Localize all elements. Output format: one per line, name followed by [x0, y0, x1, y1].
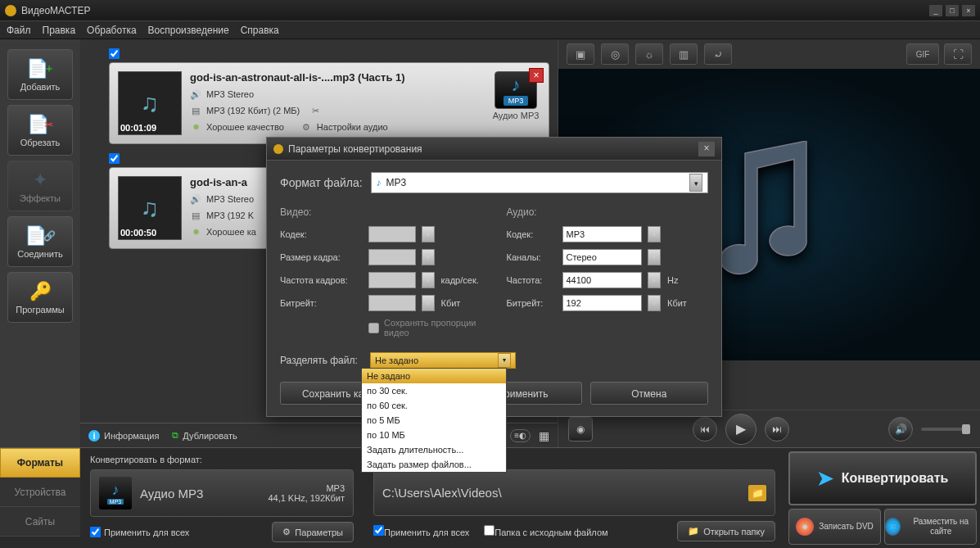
- keep-ratio-checkbox: [368, 323, 379, 333]
- dialog-close-button[interactable]: ×: [698, 142, 715, 156]
- split-option[interactable]: Задать размер файлов...: [362, 457, 506, 472]
- menu-help[interactable]: Справка: [241, 25, 279, 36]
- open-folder-button[interactable]: 📁Открыть папку: [677, 521, 775, 541]
- action-panel: ➤Конвертировать ●Записать DVD 🌐Разместит…: [785, 448, 980, 548]
- view-grid-icon[interactable]: ▦: [539, 429, 549, 442]
- preview-tool-snapshot-icon[interactable]: ◎: [601, 43, 629, 65]
- file-checkbox-1[interactable]: [109, 153, 120, 164]
- split-option[interactable]: Задать длительность...: [362, 442, 506, 457]
- format-panel: Конвертировать в формат: ♪MP3 Аудио MP3 …: [80, 448, 364, 548]
- file-remove-button[interactable]: ×: [529, 68, 544, 83]
- save-apply-all[interactable]: Применить для всех: [373, 525, 469, 537]
- tool-cut[interactable]: 📄✂Обрезать: [7, 105, 73, 156]
- title-bar: ВидеоМАСТЕР _ □ ×: [0, 0, 980, 21]
- tool-programs[interactable]: 🔑Программы: [7, 272, 73, 323]
- split-option[interactable]: по 10 МБ: [362, 428, 506, 442]
- preview-tool-brightness-icon[interactable]: ☼: [635, 43, 663, 65]
- split-option[interactable]: Не задано: [362, 369, 506, 383]
- volume-slider[interactable]: [921, 428, 970, 431]
- save-source-folder[interactable]: Папка с исходным файлом: [484, 525, 607, 537]
- play-button[interactable]: ▶: [725, 414, 756, 445]
- format-icon: ♪MP3: [99, 477, 132, 510]
- menu-process[interactable]: Обработка: [87, 25, 137, 36]
- video-bitrate-field: [368, 295, 416, 311]
- preview-tool-crop-icon[interactable]: ▣: [567, 43, 594, 65]
- duplicate-button[interactable]: ⧉Дублировать: [172, 430, 237, 441]
- snapshot-button[interactable]: ◉: [568, 417, 593, 442]
- chevron-down-icon[interactable]: ▾: [498, 353, 511, 368]
- app-logo-icon: [5, 5, 16, 16]
- volume-button[interactable]: 🔊: [888, 417, 913, 442]
- minimize-button[interactable]: _: [929, 5, 942, 16]
- file-audio-settings[interactable]: Настройки аудио: [317, 122, 388, 132]
- split-option[interactable]: по 60 сек.: [362, 398, 506, 413]
- preview-tool-speed-icon[interactable]: ⤾: [704, 43, 732, 65]
- view-list-icon[interactable]: ≡◐: [510, 429, 531, 442]
- dialog-header[interactable]: Параметры конвертирования ×: [267, 138, 721, 161]
- menu-bar: Файл Правка Обработка Воспроизведение Сп…: [0, 21, 980, 39]
- cancel-button[interactable]: Отмена: [590, 382, 708, 405]
- format-params-button[interactable]: ⚙Параметры: [272, 522, 354, 542]
- tool-add[interactable]: 📄＋Добавить: [7, 49, 73, 100]
- tool-effects[interactable]: ✦Эффекты: [7, 161, 73, 211]
- preview-gif-button[interactable]: GIF: [906, 43, 939, 65]
- file-card-1[interactable]: ♫00:00:50 god-is-an-a 🔊MP3 Stereo ▤MP3 (…: [109, 167, 281, 249]
- format-file-field[interactable]: ♪MP3▾: [371, 172, 708, 193]
- file-thumbnail: ♫00:01:09: [118, 71, 182, 135]
- split-option[interactable]: по 5 МБ: [362, 413, 506, 428]
- info-button[interactable]: iИнформация: [88, 430, 159, 442]
- file-card-0[interactable]: ♫00:01:09 god-is-an-astronaut-all-is-...…: [109, 62, 549, 144]
- split-option[interactable]: по 30 сек.: [362, 383, 506, 398]
- window-title: ВидеоМАСТЕР: [21, 5, 90, 16]
- video-fps-field: [368, 272, 416, 288]
- preview-tool-clip-icon[interactable]: ▥: [670, 43, 698, 65]
- tab-devices[interactable]: Устройства: [0, 478, 80, 507]
- split-dropdown[interactable]: Не задано по 30 сек. по 60 сек. по 5 МБ …: [361, 368, 507, 473]
- chevron-down-icon[interactable]: ▾: [689, 174, 702, 192]
- menu-playback[interactable]: Воспроизведение: [148, 25, 229, 36]
- format-selector[interactable]: ♪MP3 Аудио MP3 MP3 44,1 KHz, 192Кбит: [90, 469, 354, 517]
- video-codec-field: [368, 226, 416, 242]
- menu-edit[interactable]: Правка: [43, 25, 76, 36]
- music-note-icon: [704, 141, 835, 288]
- audio-freq-field[interactable]: 44100: [562, 272, 643, 288]
- next-button[interactable]: ⏭: [765, 417, 789, 442]
- file-name: god-is-an-astronaut-all-is-....mp3 (Част…: [190, 71, 483, 84]
- browse-folder-icon[interactable]: 📁: [748, 485, 766, 501]
- menu-file[interactable]: Файл: [7, 25, 31, 36]
- video-size-field: [368, 249, 416, 265]
- convert-button[interactable]: ➤Конвертировать: [788, 451, 977, 505]
- audio-bitrate-field[interactable]: 192: [562, 295, 643, 311]
- close-button[interactable]: ×: [962, 5, 975, 16]
- preview-fullscreen-icon[interactable]: ⛶: [944, 43, 972, 65]
- tab-formats[interactable]: Форматы: [0, 448, 80, 478]
- audio-channels-field[interactable]: Стерео: [562, 249, 643, 265]
- save-path-field[interactable]: C:\Users\Alex\Videos\ 📁: [373, 469, 775, 516]
- file-checkbox-0[interactable]: [109, 48, 120, 59]
- file-thumbnail: ♫00:00:50: [118, 176, 182, 240]
- format-apply-all[interactable]: Применить для всех: [90, 527, 189, 537]
- split-file-field[interactable]: Не задано▾: [370, 352, 516, 369]
- maximize-button[interactable]: □: [946, 5, 959, 16]
- audio-codec-field[interactable]: MP3: [562, 226, 643, 242]
- publish-web-button[interactable]: 🌐Разместить на сайте: [884, 509, 977, 545]
- bottom-tabs: Форматы Устройства Сайты: [0, 448, 80, 548]
- dialog-logo-icon: [273, 144, 283, 154]
- record-dvd-button[interactable]: ●Записать DVD: [788, 509, 881, 545]
- sidebar: 📄＋Добавить 📄✂Обрезать ✦Эффекты 📄🔗Соедини…: [0, 39, 80, 447]
- tool-join[interactable]: 📄🔗Соединить: [7, 216, 73, 267]
- prev-button[interactable]: ⏮: [693, 417, 717, 442]
- tab-sites[interactable]: Сайты: [0, 507, 80, 537]
